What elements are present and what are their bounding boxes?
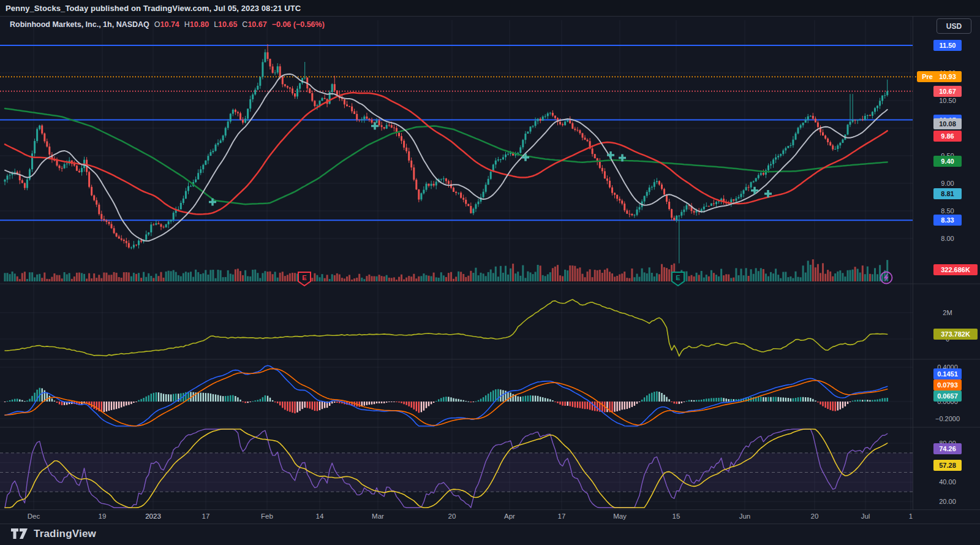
price-tick-label: 10.50 [933, 96, 962, 105]
change-value: −0.06 (−0.56%) [272, 20, 325, 29]
date-label: 2023 [145, 513, 161, 520]
macd-tick-label: −0.2000 [933, 414, 962, 423]
indicator-badge: 373.782K [933, 329, 978, 340]
date-label: Apr [504, 513, 515, 520]
currency-button[interactable]: USD [937, 18, 971, 34]
symbol-title[interactable]: Robinhood Markets, Inc., 1h, NASDAQ [10, 20, 149, 29]
date-label: May [613, 513, 627, 520]
footer-bar: TradingView [0, 523, 980, 545]
price-badge: 9.40 [933, 156, 962, 167]
date-label: Mar [372, 513, 384, 520]
attribution-text: Penny_Stocks_Today published on TradingV… [6, 4, 301, 13]
chart-plot-area[interactable] [0, 17, 980, 509]
date-label: 17 [558, 513, 566, 520]
date-label: Jun [739, 513, 751, 520]
high-value: 10.80 [190, 20, 209, 29]
date-label: 19 [99, 513, 107, 520]
price-badge: 8.81 [933, 188, 962, 199]
date-label: 15 [673, 513, 680, 520]
price-badge: 10.08 [933, 118, 962, 129]
high-label: H [184, 20, 190, 29]
low-value: 10.65 [218, 20, 237, 29]
rsi-badge: 74.26 [933, 443, 962, 454]
indicator-tick-label: 2M [933, 308, 962, 317]
publish-header: Penny_Stocks_Today published on TradingV… [0, 0, 980, 17]
rsi-tick-label: 20.00 [933, 497, 962, 506]
close-value: 10.67 [247, 20, 266, 29]
price-badge: 10.67 [933, 86, 962, 97]
date-label: Jul [861, 513, 870, 520]
svg-text:E: E [302, 274, 306, 281]
lightning-bolt-icon[interactable] [880, 271, 893, 287]
price-badge: 9.86 [933, 131, 962, 142]
date-label: 14 [316, 513, 324, 520]
chart-region[interactable]: Robinhood Markets, Inc., 1h, NASDAQ O10.… [0, 17, 980, 523]
time-axis[interactable]: Dec19202317Feb14Mar20Apr17May15Jun20Jul1 [0, 509, 980, 524]
macd-badge: 0.0657 [933, 391, 962, 402]
price-tick-label: 9.00 [933, 179, 962, 188]
brand-name: TradingView [34, 528, 96, 540]
svg-text:E: E [676, 274, 680, 281]
date-label: 20 [448, 513, 456, 520]
rsi-tick-label: 40.00 [933, 478, 962, 486]
open-value: 10.74 [160, 20, 179, 29]
macd-badge: 0.1451 [933, 368, 962, 379]
date-label: 17 [202, 513, 210, 520]
date-label: 1 [909, 513, 913, 520]
earnings-marker[interactable]: E [298, 272, 311, 289]
price-badge: 8.33 [933, 215, 962, 226]
date-label: Dec [28, 513, 40, 520]
price-badge: 11.50 [933, 40, 962, 51]
date-label: 20 [811, 513, 819, 520]
price-axis[interactable]: USD 11.0010.509.509.008.508.0011.5010.93… [913, 17, 980, 509]
earnings-marker[interactable]: E [671, 272, 685, 289]
open-label: O [154, 20, 160, 29]
price-tick-label: 8.00 [933, 234, 962, 243]
premarket-badge: Pre [917, 71, 938, 82]
tradingview-logo[interactable] [11, 528, 28, 539]
rsi-badge: 57.28 [933, 460, 962, 471]
macd-badge: 0.0793 [933, 379, 962, 391]
volume-badge: 322.686K [933, 264, 978, 275]
date-label: Feb [261, 513, 273, 520]
price-tick-label: 8.50 [933, 207, 962, 215]
symbol-legend[interactable]: Robinhood Markets, Inc., 1h, NASDAQ O10.… [10, 20, 325, 29]
